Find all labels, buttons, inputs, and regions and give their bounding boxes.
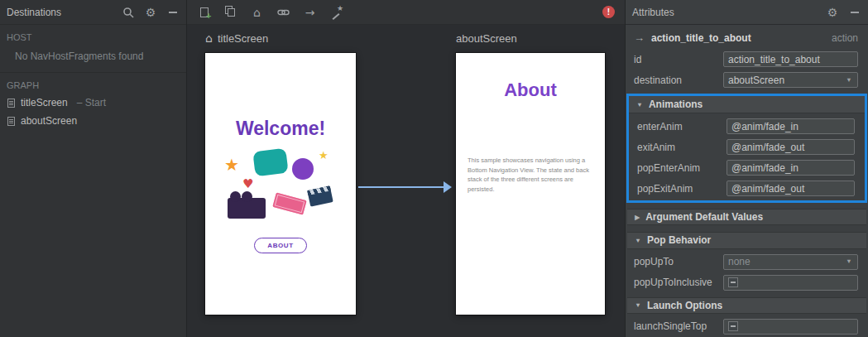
checkbox-dash bbox=[731, 282, 736, 283]
error-icon[interactable]: ! bbox=[602, 6, 615, 18]
popExitAnim-label: popExitAnim bbox=[637, 183, 720, 195]
search-icon[interactable] bbox=[122, 6, 135, 19]
preview-titleScreen[interactable]: Welcome! ★ ★ ♥ ABOUT bbox=[205, 53, 356, 315]
launch-options-section-header[interactable]: ▼ Launch Options bbox=[627, 297, 866, 314]
about-body-text: This sample showcases navigation using a… bbox=[468, 156, 593, 195]
preview-aboutScreen[interactable]: About This sample showcases navigation u… bbox=[456, 53, 605, 315]
argument-defaults-section-header[interactable]: ▶ Argument Default Values bbox=[627, 209, 866, 225]
about-heading: About bbox=[504, 79, 557, 101]
animations-selection-highlight: ▼ Animations enterAnim @anim/fade_in exi… bbox=[626, 94, 867, 203]
exitAnim-input[interactable]: @anim/fade_out bbox=[727, 139, 855, 155]
destinations-panel-header: Destinations ⚙ bbox=[0, 0, 186, 25]
navigation-editor-window: Destinations ⚙ HOST No NavHostFragments … bbox=[0, 0, 868, 337]
chevron-down-icon: ▼ bbox=[846, 76, 851, 84]
enterAnim-label: enterAnim bbox=[637, 121, 720, 132]
graph-item-titleScreen[interactable]: titleScreen – Start bbox=[0, 94, 186, 112]
design-surface: + ⌂ → ★ ! ⌂ titleScreen Welcome! bbox=[187, 0, 625, 337]
movie-camera-shape bbox=[228, 198, 266, 219]
graph-item-name: aboutScreen bbox=[21, 115, 77, 127]
launchSingleTop-checkbox[interactable] bbox=[723, 319, 858, 335]
title-illustration: ★ ★ ♥ bbox=[224, 150, 337, 229]
graph-label: GRAPH bbox=[0, 73, 186, 94]
gear-icon[interactable]: ⚙ bbox=[826, 6, 839, 19]
checkbox-dash bbox=[731, 325, 736, 327]
minimize-icon[interactable] bbox=[166, 6, 180, 19]
auto-arrange-icon[interactable]: ★ bbox=[329, 5, 343, 19]
popUpTo-row: popUpTo none ▼ bbox=[626, 252, 868, 272]
host-empty-message: No NavHostFragments found bbox=[0, 46, 186, 72]
nav-graph-canvas[interactable]: ⌂ titleScreen Welcome! ★ ★ ♥ bbox=[187, 25, 625, 337]
link-icon[interactable] bbox=[276, 5, 290, 19]
star-icon: ★ bbox=[224, 156, 239, 173]
attributes-header-icons: ⚙ bbox=[826, 6, 861, 19]
mask-shape bbox=[252, 148, 288, 177]
new-destination-box: + bbox=[200, 7, 209, 17]
host-label: HOST bbox=[0, 25, 186, 46]
destinations-panel-title: Destinations bbox=[7, 7, 61, 18]
enterAnim-row: enterAnim @anim/fade_in bbox=[629, 116, 865, 137]
destination-icon bbox=[7, 99, 15, 108]
id-input[interactable]: action_title_to_about bbox=[723, 51, 858, 67]
duplicate-front bbox=[228, 8, 235, 17]
home-icon[interactable]: ⌂ bbox=[250, 5, 264, 19]
caret-down-icon: ▼ bbox=[635, 237, 641, 244]
arrow-line bbox=[358, 186, 444, 188]
action-arrow-icon[interactable]: → bbox=[303, 5, 317, 19]
screen-label-aboutScreen[interactable]: aboutScreen bbox=[456, 32, 517, 45]
attributes-panel-header: Attributes ⚙ bbox=[626, 0, 868, 25]
graph-item-aboutScreen[interactable]: aboutScreen bbox=[0, 112, 186, 130]
destinations-header-icons: ⚙ bbox=[122, 6, 180, 19]
camera-reel bbox=[230, 191, 241, 202]
sparkle-icon: ★ bbox=[337, 4, 343, 12]
duplicate-icon[interactable] bbox=[223, 5, 237, 19]
popUpTo-dropdown[interactable]: none ▼ bbox=[723, 254, 858, 270]
popExitAnim-row: popExitAnim @anim/fade_out bbox=[629, 178, 865, 199]
destination-label: destination bbox=[634, 75, 717, 86]
popUpTo-label: popUpTo bbox=[634, 256, 717, 267]
host-section: HOST No NavHostFragments found bbox=[0, 25, 186, 73]
plus-badge: + bbox=[206, 12, 211, 21]
graph-section: GRAPH titleScreen – Start aboutScreen bbox=[0, 73, 186, 130]
popExitAnim-input[interactable]: @anim/fade_out bbox=[727, 181, 855, 196]
popUpTo-value: none bbox=[728, 256, 751, 267]
popUpToInclusive-label: popUpToInclusive bbox=[634, 277, 717, 288]
about-button-preview: ABOUT bbox=[254, 238, 306, 253]
arrow-head bbox=[444, 181, 452, 193]
launch-options-title: Launch Options bbox=[647, 300, 722, 311]
action-arrow-icon: → bbox=[634, 31, 645, 44]
new-destination-icon[interactable]: + bbox=[197, 5, 211, 19]
screen-title: aboutScreen bbox=[456, 32, 517, 45]
wand-bar bbox=[333, 13, 340, 20]
destination-icon bbox=[7, 117, 15, 126]
clapperboard-shape bbox=[307, 185, 333, 206]
screen-label-titleScreen[interactable]: ⌂ titleScreen bbox=[205, 31, 268, 45]
argument-defaults-title: Argument Default Values bbox=[645, 211, 763, 223]
popUpToInclusive-row: popUpToInclusive bbox=[626, 272, 868, 293]
chevron-down-icon: ▼ bbox=[846, 258, 851, 266]
caret-down-icon: ▼ bbox=[636, 101, 643, 108]
popUpToInclusive-checkbox[interactable] bbox=[723, 275, 858, 291]
id-field-row: id action_title_to_about bbox=[626, 49, 868, 70]
checkbox-indeterminate-icon bbox=[728, 321, 738, 331]
exitAnim-label: exitAnim bbox=[637, 142, 720, 153]
destination-dropdown[interactable]: aboutScreen ▼ bbox=[723, 72, 858, 88]
id-label: id bbox=[634, 54, 717, 65]
destination-field-row: destination aboutScreen ▼ bbox=[626, 70, 868, 90]
launchSingleTop-row: launchSingleTop bbox=[626, 316, 868, 337]
minimize-icon[interactable] bbox=[848, 6, 861, 19]
action-arrow-title-to-about[interactable] bbox=[358, 181, 452, 193]
minimize-bar bbox=[169, 12, 177, 13]
pop-behavior-section-header[interactable]: ▼ Pop Behavior bbox=[627, 232, 866, 248]
destination-value: aboutScreen bbox=[728, 75, 784, 86]
pop-behavior-title: Pop Behavior bbox=[647, 234, 711, 246]
enterAnim-input[interactable]: @anim/fade_in bbox=[727, 118, 855, 134]
minimize-bar bbox=[851, 12, 859, 13]
animations-section-header[interactable]: ▼ Animations bbox=[629, 96, 865, 113]
popEnterAnim-input[interactable]: @anim/fade_in bbox=[727, 160, 855, 176]
attributes-panel-title: Attributes bbox=[632, 7, 674, 18]
graph-item-suffix: – Start bbox=[77, 97, 106, 108]
popEnterAnim-row: popEnterAnim @anim/fade_in bbox=[629, 157, 865, 178]
selected-action-type: action bbox=[832, 32, 858, 44]
exitAnim-row: exitAnim @anim/fade_out bbox=[629, 137, 865, 157]
gear-icon[interactable]: ⚙ bbox=[144, 6, 157, 19]
